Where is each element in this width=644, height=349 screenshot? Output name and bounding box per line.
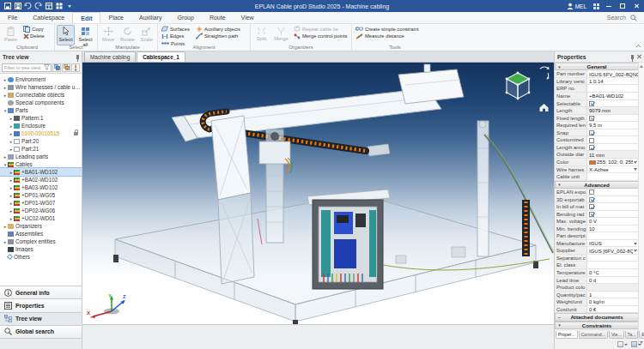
tree-item-enclosure[interactable]: ▸Enclosure: [0, 122, 82, 129]
property-value[interactable]: 1.0.14: [587, 78, 639, 85]
property-value[interactable]: [587, 115, 639, 122]
pin-icon[interactable]: [631, 55, 634, 59]
chevron-down-icon[interactable]: [634, 161, 637, 164]
collapse-tree-button[interactable]: [62, 63, 70, 72]
rotate-button[interactable]: Rotate: [118, 25, 136, 45]
property-value[interactable]: [587, 284, 639, 291]
save-all-icon[interactable]: [14, 3, 21, 10]
tree-item--uc02-wd01[interactable]: ▸+UC02-WD01: [0, 214, 82, 222]
split-button[interactable]: Split: [252, 25, 270, 45]
pin-icon[interactable]: [76, 55, 79, 59]
tree-item-organizers[interactable]: ▸Organizers: [0, 222, 82, 230]
window-mode-button[interactable]: [631, 341, 641, 347]
tree-item-wire-harnesses-cable-units[interactable]: ▸Wire harnesses / cable units: [0, 83, 82, 91]
checkbox-icon[interactable]: [589, 138, 594, 143]
undo-icon[interactable]: [24, 3, 32, 10]
chevron-down-icon[interactable]: [634, 243, 637, 245]
tree-item-cables[interactable]: ▾Cables: [0, 160, 82, 168]
section-header-constraints[interactable]: ▾Constraints: [555, 322, 639, 329]
property-value[interactable]: [587, 85, 639, 92]
property-value[interactable]: [587, 196, 639, 203]
checkbox-icon[interactable]: [589, 190, 594, 195]
view-cube-icon[interactable]: [501, 68, 535, 102]
tab-cablespace[interactable]: Cablespace: [25, 12, 72, 23]
user-account[interactable]: MEL: [567, 3, 586, 9]
filter-input[interactable]: Filter in tree view: [2, 63, 52, 72]
property-value[interactable]: IGUS [6FV_002-8QN08]: [587, 247, 639, 254]
tree-item-special-components[interactable]: Special components: [0, 99, 82, 106]
home-icon[interactable]: [538, 102, 550, 112]
property-value[interactable]: 0 €: [587, 306, 639, 313]
3d-viewport[interactable]: X Y Z: [82, 63, 554, 324]
checkbox-icon[interactable]: [589, 204, 594, 209]
property-value[interactable]: [587, 262, 639, 268]
tab-view[interactable]: View: [234, 12, 262, 23]
tree-item-complex-entities[interactable]: ▸Complex entities: [0, 238, 82, 245]
property-value[interactable]: [587, 189, 639, 196]
straighten-path-button[interactable]: Straighten path: [194, 33, 242, 40]
property-value[interactable]: 0 kg/m: [587, 298, 639, 305]
copy-button[interactable]: Copy: [21, 26, 46, 33]
scale-button[interactable]: Scale: [138, 25, 155, 45]
property-value[interactable]: 9079 mm: [587, 107, 639, 114]
property-value[interactable]: IGUS.6FV_002-8QN08_9,5m: [587, 70, 639, 77]
property-value[interactable]: [587, 203, 639, 210]
tree-item-others[interactable]: Others: [0, 253, 82, 261]
property-value[interactable]: [587, 129, 639, 136]
tree-item-part-21[interactable]: ▸Part:21: [0, 145, 82, 153]
expand-tree-button[interactable]: [52, 63, 61, 72]
properties-scrollbar[interactable]: [638, 63, 644, 346]
apps-icon[interactable]: [593, 3, 599, 9]
global-search-button[interactable]: Global search: [0, 325, 82, 338]
select-button[interactable]: Select: [57, 25, 75, 45]
property-value[interactable]: 0 V: [587, 218, 639, 225]
close-button[interactable]: [634, 3, 639, 9]
close-panel-icon[interactable]: [636, 54, 641, 59]
tree-view-button[interactable]: Tree view: [0, 312, 82, 325]
checkbox-icon[interactable]: [589, 145, 594, 150]
tree-item-assemblies[interactable]: Assemblies: [0, 230, 82, 238]
tree-item-leading-parts[interactable]: ▸Leading parts: [0, 153, 82, 160]
view-cube-widget[interactable]: [499, 64, 550, 121]
property-value[interactable]: +BA01-WD102: [587, 93, 639, 99]
redo-icon[interactable]: [34, 3, 42, 10]
repeat-cable-tie-button[interactable]: Repeat cable tie: [292, 26, 349, 33]
property-value[interactable]: 255; 102; 0; 255: [587, 159, 639, 165]
property-value[interactable]: [587, 255, 639, 262]
tab-auxiliary[interactable]: Auxiliary: [131, 12, 169, 23]
property-value[interactable]: [587, 100, 639, 107]
tab-place[interactable]: Place: [100, 12, 131, 23]
tree-item--dp02-wg06[interactable]: ▸+DP02-WG06: [0, 207, 82, 214]
tab-route[interactable]: Route: [202, 12, 234, 23]
tree-item-connectable-objects[interactable]: ▸Connectable objects: [0, 91, 82, 99]
checkbox-icon[interactable]: [589, 212, 594, 217]
surfaces-button[interactable]: Surfaces: [160, 26, 192, 33]
property-value[interactable]: [587, 173, 639, 180]
tree-item-images[interactable]: Images: [0, 245, 82, 253]
select-all-button[interactable]: Select all: [76, 25, 94, 45]
property-value[interactable]: 10: [587, 226, 639, 232]
panel-tab-proper-[interactable]: Proper...: [556, 331, 578, 339]
checkbox-icon[interactable]: [589, 197, 594, 202]
section-header-general[interactable]: ▾General: [555, 63, 639, 70]
minimize-button[interactable]: [606, 6, 611, 7]
tree-item--ba01-wd102[interactable]: ▸+BA01-WD102: [0, 168, 82, 176]
property-value[interactable]: IGUS: [587, 240, 639, 247]
doc-tab-machine-cabling[interactable]: Machine cabling: [84, 51, 136, 62]
property-value[interactable]: 9,5 m: [587, 122, 639, 129]
rotate-view-icon[interactable]: [538, 64, 550, 83]
delete-button[interactable]: Delete: [21, 33, 46, 40]
section-header-attached-documents[interactable]: –Attached documents: [555, 313, 639, 321]
save-icon[interactable]: [3, 3, 11, 10]
auxiliary-objects-button[interactable]: Auxiliary objects: [194, 26, 242, 33]
property-value[interactable]: [587, 144, 639, 151]
properties-button[interactable]: Properties: [0, 298, 82, 311]
scroll-up-icon[interactable]: [640, 65, 643, 68]
property-value[interactable]: X-Achse: [587, 166, 639, 173]
move-button[interactable]: Move: [100, 25, 117, 45]
create-simple-constraint-button[interactable]: Create simple constraint: [354, 26, 421, 33]
property-value[interactable]: 1: [587, 292, 639, 298]
tree-item--ba02-wd102[interactable]: ▸+BA02-WD102: [0, 176, 82, 184]
section-header-advanced[interactable]: ▾Advanced: [555, 181, 639, 189]
property-value[interactable]: 0 d: [587, 277, 639, 284]
